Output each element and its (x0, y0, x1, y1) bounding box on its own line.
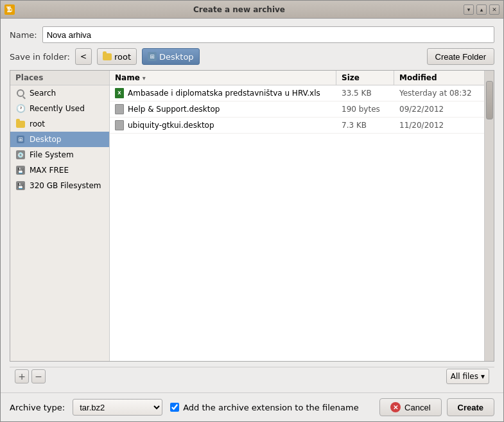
folder-icon (15, 119, 26, 129)
desktop-icon (15, 134, 26, 145)
root-path-button[interactable]: root (97, 48, 137, 65)
xls-icon: X (115, 88, 124, 98)
add-remove-buttons: + − (15, 369, 46, 383)
size-column-header[interactable]: Size (336, 71, 394, 85)
places-header: Places (10, 71, 109, 85)
clock-icon: 🕐 (15, 103, 26, 114)
file-name-cell: Help & Support.desktop (110, 101, 336, 117)
file-icon (115, 120, 124, 130)
extension-checkbox-label: Add the archive extension to the filenam… (183, 403, 358, 412)
name-label: Name: (10, 30, 37, 40)
sidebar-item-search[interactable]: Search (10, 85, 109, 101)
sidebar-item-root[interactable]: root (10, 116, 109, 132)
file-browser: Places Search 🕐 Recently Used root (10, 70, 494, 362)
disk-icon: 💾 (15, 165, 26, 175)
file-modified-cell: 09/22/2012 (394, 102, 484, 116)
archive-type-select[interactable]: tar.bz2 tar.gz tar.xz zip 7z (73, 399, 162, 416)
sidebar-item-desktop[interactable]: Desktop (10, 132, 109, 147)
maximize-button[interactable]: ▴ (476, 4, 487, 15)
file-list-header: Name ▾ Size Modified (110, 71, 484, 85)
file-name-cell: ubiquity-gtkui.desktop (110, 118, 336, 133)
scrollbar-thumb[interactable] (486, 81, 493, 119)
file-size-cell: 33.5 KB (336, 86, 394, 100)
file-list-panel: Name ▾ Size Modified X Ambasade i diplom… (110, 71, 484, 361)
desktop-icon (148, 52, 157, 61)
filter-label: All files (451, 372, 478, 381)
create-archive-dialog: 🗜 Create a new archive ▾ ▴ ✕ Name: Save … (0, 0, 504, 422)
dialog-title: Create a new archive (15, 5, 464, 14)
sort-arrow-icon: ▾ (143, 75, 146, 82)
file-size-cell: 7.3 KB (336, 118, 394, 132)
create-button[interactable]: Create (447, 398, 494, 416)
cancel-icon: ✕ (390, 402, 401, 412)
name-row: Name: (10, 26, 494, 43)
sidebar-item-label: 320 GB Filesystem (30, 181, 101, 190)
places-panel: Places Search 🕐 Recently Used root (10, 71, 110, 361)
scrollbar[interactable] (484, 71, 494, 361)
app-icon: 🗜 (4, 4, 15, 15)
minimize-button[interactable]: ▾ (464, 4, 474, 15)
sidebar-item-label: Desktop (30, 135, 62, 144)
sidebar-item-label: MAX FREE (30, 166, 69, 175)
save-in-row: Save in folder: < root Desktop Create Fo… (10, 48, 494, 65)
table-row[interactable]: X Ambasade i diplomatska predstavništva … (110, 85, 484, 101)
disk-icon: 💾 (15, 180, 26, 191)
cancel-button[interactable]: ✕ Cancel (379, 398, 441, 416)
name-input[interactable] (42, 26, 494, 43)
sidebar-item-recently-used[interactable]: 🕐 Recently Used (10, 101, 109, 116)
file-icon (115, 104, 124, 114)
sidebar-item-label: Search (30, 89, 56, 98)
name-column-header[interactable]: Name ▾ (110, 71, 336, 85)
desktop-path-label: Desktop (159, 52, 194, 62)
root-path-label: root (114, 52, 131, 62)
sidebar-item-label: File System (30, 150, 74, 159)
window-controls: ▾ ▴ ✕ (464, 4, 500, 15)
filter-select[interactable]: All files ▾ (446, 369, 489, 384)
add-button[interactable]: + (15, 369, 29, 383)
save-in-label: Save in folder: (10, 52, 70, 62)
file-modified-cell: 11/20/2012 (394, 118, 484, 132)
remove-button[interactable]: − (31, 369, 46, 383)
sidebar-item-320gb[interactable]: 💾 320 GB Filesystem (10, 178, 109, 193)
archive-type-label: Archive type: (10, 403, 65, 412)
search-icon (15, 88, 26, 98)
file-size-cell: 190 bytes (336, 102, 394, 116)
disk-icon: 💿 (15, 150, 26, 160)
sidebar-item-label: root (30, 119, 45, 128)
table-row[interactable]: ubiquity-gtkui.desktop 7.3 KB 11/20/2012 (110, 118, 484, 134)
extension-checkbox-area: Add the archive extension to the filenam… (170, 403, 372, 412)
sidebar-item-label: Recently Used (30, 104, 85, 113)
file-modified-cell: Yesterday at 08:32 (394, 86, 484, 100)
desktop-path-button[interactable]: Desktop (142, 48, 200, 65)
close-button[interactable]: ✕ (489, 4, 500, 15)
filter-arrow-icon: ▾ (481, 372, 485, 381)
extension-checkbox[interactable] (170, 403, 179, 412)
sidebar-item-filesystem[interactable]: 💿 File System (10, 147, 109, 163)
file-list-body: X Ambasade i diplomatska predstavništva … (110, 85, 484, 361)
footer: Archive type: tar.bz2 tar.gz tar.xz zip … (1, 392, 503, 421)
create-folder-button[interactable]: Create Folder (427, 48, 494, 65)
dialog-content: Name: Save in folder: < root Desktop Cre… (1, 19, 503, 392)
titlebar: 🗜 Create a new archive ▾ ▴ ✕ (1, 1, 503, 19)
back-button[interactable]: < (75, 48, 92, 65)
cancel-label: Cancel (404, 403, 430, 412)
action-buttons: ✕ Cancel Create (379, 398, 494, 416)
table-row[interactable]: Help & Support.desktop 190 bytes 09/22/2… (110, 101, 484, 118)
file-name-cell: X Ambasade i diplomatska predstavništva … (110, 85, 336, 101)
bottom-bar: + − All files ▾ (10, 367, 494, 385)
folder-icon (103, 53, 112, 60)
modified-column-header[interactable]: Modified (394, 71, 484, 85)
sidebar-item-maxfree[interactable]: 💾 MAX FREE (10, 163, 109, 178)
